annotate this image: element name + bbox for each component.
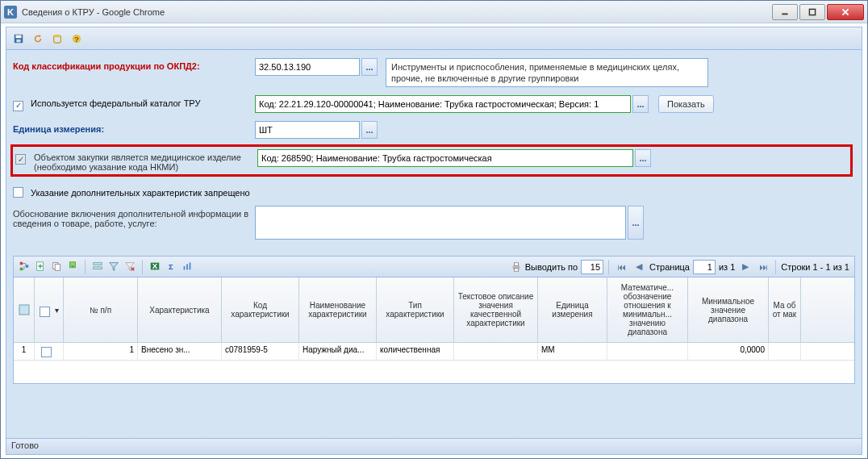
cell-math xyxy=(607,343,688,360)
unit-input[interactable] xyxy=(255,121,360,139)
svg-text:X: X xyxy=(152,261,158,269)
svg-rect-15 xyxy=(55,264,60,270)
inner-frame: ? Код классификации продукции по ОКПД2: … xyxy=(6,27,862,455)
svg-text:Σ: Σ xyxy=(169,261,173,270)
next-page-button[interactable]: ▶ xyxy=(738,260,753,274)
table-row[interactable]: 1 1 Внесено зн... c0781959-5 Наружный ди… xyxy=(14,343,854,361)
med-device-input[interactable] xyxy=(257,149,633,167)
cell-char: Внесено зн... xyxy=(138,343,222,360)
cell-num: 1 xyxy=(64,343,138,360)
save-icon[interactable] xyxy=(11,31,26,46)
col-unit[interactable]: Единица измерения xyxy=(538,277,607,342)
grid-toolbar: X Σ Выводить по ⏮ ◀ Страница из 1 ▶ ⏭ xyxy=(14,257,854,277)
fed-catalog-checkbox[interactable] xyxy=(13,101,23,111)
justification-textarea[interactable] xyxy=(255,206,626,240)
cell-type: количественная xyxy=(377,343,454,360)
svg-rect-28 xyxy=(514,262,518,265)
svg-rect-10 xyxy=(20,261,23,265)
okpd2-input[interactable] xyxy=(255,58,360,76)
svg-point-7 xyxy=(54,34,61,37)
show-button[interactable]: Показать xyxy=(658,95,714,113)
grid-sum-icon[interactable]: Σ xyxy=(165,261,177,273)
first-page-button[interactable]: ⏮ xyxy=(614,260,628,274)
maximize-button[interactable] xyxy=(799,4,825,20)
extra-char-checkbox[interactable] xyxy=(13,187,23,198)
page-input[interactable] xyxy=(693,260,716,274)
col-name[interactable]: Наименование характеристики xyxy=(299,277,377,342)
rows-label: Строки 1 - 1 из 1 xyxy=(781,262,849,272)
col-char[interactable]: Характеристика xyxy=(138,277,222,342)
grid-copy-icon[interactable] xyxy=(51,261,62,273)
status-text: Готово xyxy=(11,440,39,450)
grid-clear-filter-icon[interactable] xyxy=(124,261,136,273)
page-label: Страница xyxy=(649,262,690,272)
svg-rect-18 xyxy=(94,266,102,269)
unit-lookup-button[interactable]: ... xyxy=(361,121,378,139)
svg-rect-24 xyxy=(184,266,186,269)
grid-section: X Σ Выводить по ⏮ ◀ Страница из 1 ▶ ⏭ xyxy=(13,256,855,384)
svg-rect-29 xyxy=(514,268,518,271)
grid-down-icon[interactable] xyxy=(67,261,78,273)
justification-label: Обоснование включения дополнительной инф… xyxy=(13,206,255,228)
prev-page-button[interactable]: ◀ xyxy=(632,260,646,274)
fed-catalog-label: Используется федеральный каталог ТРУ xyxy=(13,95,255,110)
svg-rect-6 xyxy=(16,39,20,42)
grid-new-icon[interactable] xyxy=(35,261,46,273)
svg-rect-11 xyxy=(20,267,23,270)
col-math[interactable]: Математиче... обозначение отношения к ми… xyxy=(607,277,688,342)
med-device-lookup-button[interactable]: ... xyxy=(635,149,651,167)
grid-excel-icon[interactable]: X xyxy=(149,261,161,273)
close-button[interactable] xyxy=(827,4,864,20)
cell-code: c0781959-5 xyxy=(222,343,299,360)
grid-chart-icon[interactable] xyxy=(182,261,193,273)
fed-catalog-lookup-button[interactable]: ... xyxy=(632,95,649,113)
svg-rect-30 xyxy=(19,305,29,315)
cell-text-desc xyxy=(454,343,538,360)
col-num[interactable]: № п/п xyxy=(64,277,138,342)
refresh-icon[interactable] xyxy=(31,31,45,46)
okpd2-lookup-button[interactable]: ... xyxy=(361,58,378,76)
page-total-label: из 1 xyxy=(719,262,735,272)
printer-icon[interactable] xyxy=(511,261,522,273)
col-type[interactable]: Тип характеристики xyxy=(377,277,454,342)
titlebar: K Сведения о КТРУ - Google Chrome xyxy=(1,1,867,23)
main-toolbar: ? xyxy=(6,27,862,50)
svg-rect-1 xyxy=(809,9,815,15)
okpd2-description: Инструменты и приспособления, применяемы… xyxy=(386,58,708,87)
col-max[interactable]: Ма об от мак xyxy=(769,277,801,342)
per-page-input[interactable] xyxy=(581,260,603,274)
cell-max xyxy=(769,343,801,360)
unit-label: Единица измерения: xyxy=(13,121,255,134)
select-all-checkbox[interactable] xyxy=(40,307,50,317)
svg-rect-12 xyxy=(26,265,29,268)
grid-select-icon[interactable] xyxy=(92,261,103,273)
justification-lookup-button[interactable]: ... xyxy=(628,206,644,240)
svg-rect-17 xyxy=(94,262,102,265)
window-title: Сведения о КТРУ - Google Chrome xyxy=(22,7,165,17)
col-min[interactable]: Минимальное значение диапазона xyxy=(688,277,769,342)
cell-min: 0,0000 xyxy=(688,343,769,360)
cell-name: Наружный диа... xyxy=(299,343,377,360)
grid-tree-icon[interactable] xyxy=(19,261,30,273)
svg-rect-26 xyxy=(190,262,191,269)
grid-menu-icon[interactable] xyxy=(19,304,30,315)
okpd2-label: Код классификации продукции по ОКПД2: xyxy=(13,58,255,71)
extra-char-label: Указание дополнительных характеристик за… xyxy=(13,182,250,198)
row-checkbox[interactable] xyxy=(41,347,52,357)
help-icon[interactable]: ? xyxy=(69,31,84,46)
form-area: Код классификации продукции по ОКПД2: ..… xyxy=(6,50,862,252)
col-code[interactable]: Код характеристики xyxy=(222,277,299,342)
row-index: 1 xyxy=(14,343,35,360)
col-text-desc[interactable]: Текстовое описание значения качественной… xyxy=(454,277,538,342)
grid-filter-icon[interactable] xyxy=(108,261,119,273)
minimize-button[interactable] xyxy=(772,4,798,20)
per-page-label: Выводить по xyxy=(525,262,578,272)
grid-body: 1 1 Внесено зн... c0781959-5 Наружный ди… xyxy=(14,343,854,383)
svg-text:?: ? xyxy=(74,34,79,43)
db-icon[interactable] xyxy=(50,31,65,46)
window: K Сведения о КТРУ - Google Chrome ? Код … xyxy=(0,0,868,459)
cell-unit: ММ xyxy=(538,343,607,360)
last-page-button[interactable]: ⏭ xyxy=(756,260,770,274)
svg-rect-5 xyxy=(16,35,22,38)
fed-catalog-input[interactable] xyxy=(255,95,631,113)
